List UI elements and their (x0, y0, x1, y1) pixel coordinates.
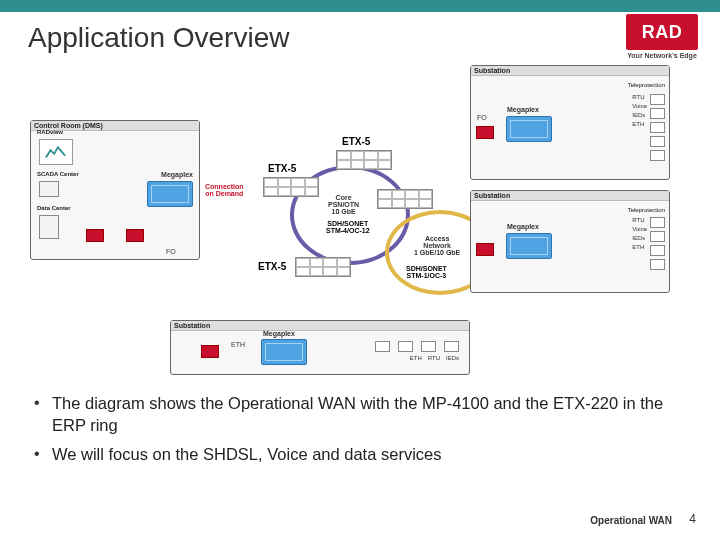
port-icon (421, 341, 436, 352)
port-icon (650, 122, 665, 133)
ieds-label: IEDs (632, 112, 647, 118)
voice-label: Voice (632, 103, 647, 109)
bullet-item: The diagram shows the Operational WAN wi… (30, 392, 690, 437)
fo-label-control: FO (166, 248, 176, 255)
eth-label-3: ETH (410, 355, 422, 361)
sdh-access-label: SDH/SONET STM-1/OC-3 (406, 265, 447, 280)
port-icon (650, 217, 665, 228)
substation-3-header: Substation (171, 321, 469, 331)
megaplex-sub2 (506, 233, 552, 259)
connection-on-demand-label: Connection on Demand (205, 183, 244, 198)
teleprot-sub1: Teleprotection (628, 82, 665, 88)
rtu-label-2: RTU (632, 217, 647, 223)
etx-sub3 (201, 345, 219, 358)
etx5-top-label: ETX-5 (342, 136, 370, 147)
megaplex-control (147, 181, 193, 207)
port-icon (650, 259, 665, 270)
etx5-left-label: ETX-5 (268, 163, 296, 174)
port-icon (650, 108, 665, 119)
port-icon (650, 150, 665, 161)
page-title: Application Overview (28, 22, 289, 54)
port-icon (650, 94, 665, 105)
etx5-bottom-label: ETX-5 (258, 261, 286, 272)
port-icon (398, 341, 413, 352)
megaplex-sub1-label: Megaplex (507, 106, 539, 113)
voice-label-2: Voice (632, 226, 647, 232)
substation-3-area: Substation Megaplex ETH ETH RTU IEDs (170, 320, 470, 375)
footer-section-label: Operational WAN (590, 515, 672, 526)
port-icon (444, 341, 459, 352)
eth-sub3: ETH (231, 341, 245, 348)
top-accent-bar (0, 0, 720, 12)
substation-1-area: Substation Megaplex FO Teleprotection RT… (470, 65, 670, 180)
footer-page-number: 4 (689, 512, 696, 526)
eth-label: ETH (632, 121, 647, 127)
ieds-label-3: IEDs (446, 355, 459, 361)
megaplex-control-label: Megaplex (161, 171, 193, 178)
network-diagram: Core PSN/OTN 10 GbE Access Network 1 GbE… (30, 65, 690, 375)
rad-logo-icon: RAD (626, 14, 698, 50)
etx-box-a (86, 229, 104, 242)
scada-label: SCADA Center (37, 171, 79, 177)
radview-icon (39, 139, 73, 165)
etx5-bottom (295, 257, 351, 277)
rtu-label-3: RTU (428, 355, 440, 361)
port-icon (375, 341, 390, 352)
ieds-label-2: IEDs (632, 235, 647, 241)
etx5-top (336, 150, 392, 170)
port-icon (650, 136, 665, 147)
substation-2-area: Substation Megaplex Teleprotection RTU V… (470, 190, 670, 293)
etx-box-b (126, 229, 144, 242)
datacenter-label: Data Center (37, 205, 71, 211)
eth-label-2: ETH (632, 244, 647, 250)
etx-sub1 (476, 126, 494, 139)
datacenter-icon (39, 215, 59, 239)
brand-logo: RAD Your Network's Edge (626, 14, 698, 59)
substation-1-header: Substation (471, 66, 669, 76)
ports-sub1 (650, 94, 665, 161)
etx5-left (263, 177, 319, 197)
etx-sub2 (476, 243, 494, 256)
megaplex-sub3 (261, 339, 307, 365)
megaplex-sub3-label: Megaplex (263, 330, 295, 337)
ports-sub2 (650, 217, 665, 270)
scada-icon (39, 181, 59, 197)
core-ring-label: Core PSN/OTN 10 GbE (328, 194, 359, 215)
port-icon (650, 231, 665, 242)
megaplex-sub1 (506, 116, 552, 142)
bullet-list: The diagram shows the Operational WAN wi… (30, 392, 690, 471)
slide: Application Overview RAD Your Network's … (0, 0, 720, 540)
sdh-core-label: SDH/SONET STM-4/OC-12 (326, 220, 370, 235)
substation-2-header: Substation (471, 191, 669, 201)
megaplex-sub2-label: Megaplex (507, 223, 539, 230)
control-room-area: Control Room (DMS) RADview SCADA Center … (30, 120, 200, 260)
brand-tagline: Your Network's Edge (626, 52, 698, 59)
teleprot-sub2: Teleprotection (628, 207, 665, 213)
bullet-item: We will focus on the SHDSL, Voice and da… (30, 443, 690, 465)
radview-label: RADview (37, 129, 63, 135)
access-ring-label: Access Network 1 GbE/10 GbE (414, 235, 460, 256)
fo-sub1: FO (477, 114, 487, 121)
etx5-mid (377, 189, 433, 209)
rtu-label: RTU (632, 94, 647, 100)
port-icon (650, 245, 665, 256)
